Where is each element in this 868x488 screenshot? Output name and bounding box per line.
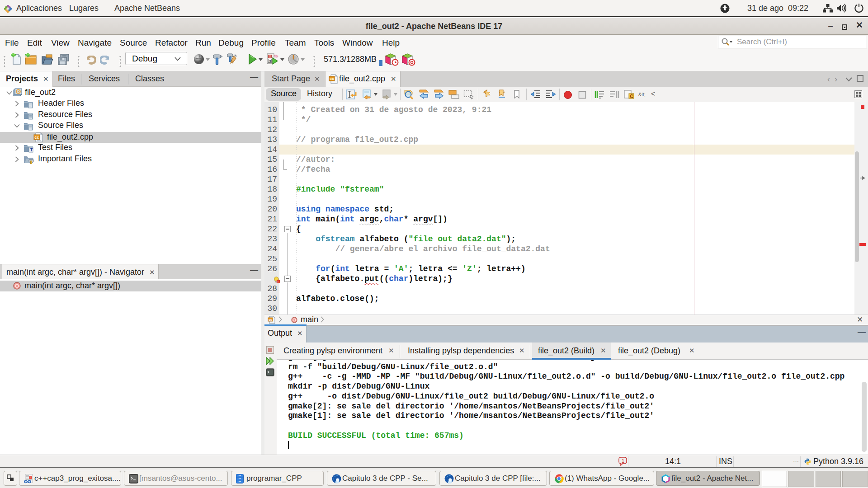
svg-text:T: T	[30, 147, 33, 152]
svg-text:1: 1	[622, 458, 624, 464]
svg-text:!: !	[278, 280, 278, 283]
svg-text:3: 3	[269, 59, 271, 63]
svg-text:cc: cc	[269, 318, 272, 321]
svg-text:cc: cc	[35, 135, 39, 140]
svg-text:cc: cc	[330, 76, 334, 81]
svg-text:C: C	[630, 94, 633, 99]
